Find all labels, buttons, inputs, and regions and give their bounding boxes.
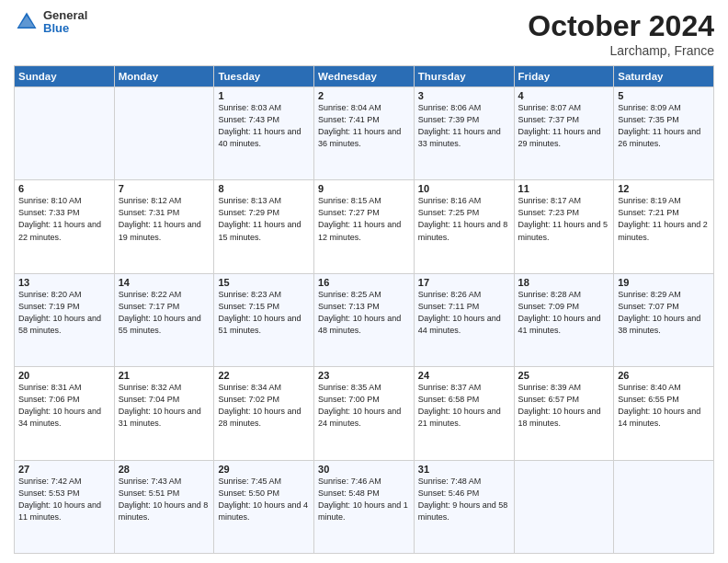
day-number: 22 (218, 370, 310, 381)
calendar-day-22: 22Sunrise: 8:34 AM Sunset: 7:02 PM Dayli… (214, 367, 314, 460)
day-info: Sunrise: 7:48 AM Sunset: 5:46 PM Dayligh… (418, 476, 510, 523)
day-number: 3 (418, 90, 510, 101)
calendar-day-4: 4Sunrise: 8:07 AM Sunset: 7:37 PM Daylig… (514, 87, 614, 180)
day-header-wednesday: Wednesday (314, 66, 415, 87)
day-number: 23 (318, 370, 410, 381)
day-info: Sunrise: 8:16 AM Sunset: 7:25 PM Dayligh… (418, 195, 510, 243)
calendar-day-11: 11Sunrise: 8:17 AM Sunset: 7:23 PM Dayli… (514, 180, 614, 273)
calendar-day-19: 19Sunrise: 8:29 AM Sunset: 7:07 PM Dayli… (614, 273, 714, 366)
calendar-day-10: 10Sunrise: 8:16 AM Sunset: 7:25 PM Dayli… (414, 180, 514, 273)
day-header-friday: Friday (514, 66, 614, 87)
calendar-day-20: 20Sunrise: 8:31 AM Sunset: 7:06 PM Dayli… (15, 367, 115, 460)
day-number: 29 (218, 464, 310, 475)
day-number: 9 (318, 183, 410, 194)
calendar-day-15: 15Sunrise: 8:23 AM Sunset: 7:15 PM Dayli… (214, 273, 314, 366)
calendar-day-27: 27Sunrise: 7:42 AM Sunset: 5:53 PM Dayli… (15, 460, 115, 553)
day-header-sunday: Sunday (15, 66, 115, 87)
day-info: Sunrise: 8:06 AM Sunset: 7:39 PM Dayligh… (418, 102, 510, 150)
day-info: Sunrise: 7:45 AM Sunset: 5:50 PM Dayligh… (218, 476, 310, 523)
day-info: Sunrise: 8:34 AM Sunset: 7:02 PM Dayligh… (218, 382, 310, 430)
day-info: Sunrise: 8:17 AM Sunset: 7:23 PM Dayligh… (518, 195, 610, 243)
calendar-day-30: 30Sunrise: 7:46 AM Sunset: 5:48 PM Dayli… (314, 460, 415, 553)
day-info: Sunrise: 8:09 AM Sunset: 7:35 PM Dayligh… (618, 102, 710, 150)
calendar-week-row: 6Sunrise: 8:10 AM Sunset: 7:33 PM Daylig… (15, 180, 714, 273)
day-number: 13 (18, 277, 110, 288)
day-info: Sunrise: 8:15 AM Sunset: 7:27 PM Dayligh… (318, 195, 410, 243)
day-number: 17 (418, 277, 510, 288)
day-info: Sunrise: 7:43 AM Sunset: 5:51 PM Dayligh… (119, 476, 210, 523)
calendar-day-7: 7Sunrise: 8:12 AM Sunset: 7:31 PM Daylig… (114, 180, 214, 273)
calendar-day-29: 29Sunrise: 7:45 AM Sunset: 5:50 PM Dayli… (214, 460, 314, 553)
calendar-table: SundayMondayTuesdayWednesdayThursdayFrid… (14, 65, 714, 554)
day-number: 11 (518, 183, 610, 194)
day-header-saturday: Saturday (614, 66, 714, 87)
day-info: Sunrise: 8:22 AM Sunset: 7:17 PM Dayligh… (119, 289, 210, 337)
day-number: 16 (318, 277, 410, 288)
day-number: 26 (618, 370, 710, 381)
calendar-day-17: 17Sunrise: 8:26 AM Sunset: 7:11 PM Dayli… (414, 273, 514, 366)
day-header-tuesday: Tuesday (214, 66, 314, 87)
location: Larchamp, France (528, 43, 714, 58)
calendar-empty-cell (15, 87, 115, 180)
month-title: October 2024 (528, 9, 714, 43)
day-info: Sunrise: 8:13 AM Sunset: 7:29 PM Dayligh… (218, 195, 310, 243)
day-info: Sunrise: 8:31 AM Sunset: 7:06 PM Dayligh… (18, 382, 110, 430)
calendar-empty-cell (614, 460, 714, 553)
calendar-day-12: 12Sunrise: 8:19 AM Sunset: 7:21 PM Dayli… (614, 180, 714, 273)
day-info: Sunrise: 8:19 AM Sunset: 7:21 PM Dayligh… (618, 195, 710, 243)
day-info: Sunrise: 8:39 AM Sunset: 6:57 PM Dayligh… (518, 382, 610, 430)
day-info: Sunrise: 8:23 AM Sunset: 7:15 PM Dayligh… (218, 289, 310, 337)
day-info: Sunrise: 7:42 AM Sunset: 5:53 PM Dayligh… (18, 476, 110, 523)
calendar-day-13: 13Sunrise: 8:20 AM Sunset: 7:19 PM Dayli… (15, 273, 115, 366)
day-number: 18 (518, 277, 610, 288)
calendar-header-row: SundayMondayTuesdayWednesdayThursdayFrid… (15, 66, 714, 87)
logo-icon (14, 9, 40, 35)
calendar-day-18: 18Sunrise: 8:28 AM Sunset: 7:09 PM Dayli… (514, 273, 614, 366)
day-info: Sunrise: 8:29 AM Sunset: 7:07 PM Dayligh… (618, 289, 710, 337)
day-info: Sunrise: 8:26 AM Sunset: 7:11 PM Dayligh… (418, 289, 510, 337)
logo-blue-text: Blue (43, 22, 87, 35)
day-number: 24 (418, 370, 510, 381)
calendar-day-26: 26Sunrise: 8:40 AM Sunset: 6:55 PM Dayli… (614, 367, 714, 460)
page-header: General Blue October 2024 Larchamp, Fran… (14, 9, 714, 58)
day-number: 6 (18, 183, 110, 194)
day-number: 27 (18, 464, 110, 475)
day-info: Sunrise: 8:37 AM Sunset: 6:58 PM Dayligh… (418, 382, 510, 430)
day-info: Sunrise: 8:04 AM Sunset: 7:41 PM Dayligh… (318, 102, 410, 150)
day-number: 31 (418, 464, 510, 475)
day-number: 28 (119, 464, 210, 475)
calendar-day-14: 14Sunrise: 8:22 AM Sunset: 7:17 PM Dayli… (114, 273, 214, 366)
calendar-week-row: 27Sunrise: 7:42 AM Sunset: 5:53 PM Dayli… (15, 460, 714, 553)
day-number: 19 (618, 277, 710, 288)
calendar-empty-cell (114, 87, 214, 180)
day-number: 4 (518, 90, 610, 101)
day-number: 7 (119, 183, 210, 194)
calendar-day-2: 2Sunrise: 8:04 AM Sunset: 7:41 PM Daylig… (314, 87, 415, 180)
calendar-day-5: 5Sunrise: 8:09 AM Sunset: 7:35 PM Daylig… (614, 87, 714, 180)
day-info: Sunrise: 8:03 AM Sunset: 7:43 PM Dayligh… (218, 102, 310, 150)
day-number: 14 (119, 277, 210, 288)
day-info: Sunrise: 8:20 AM Sunset: 7:19 PM Dayligh… (18, 289, 110, 337)
day-header-monday: Monday (114, 66, 214, 87)
day-info: Sunrise: 8:32 AM Sunset: 7:04 PM Dayligh… (119, 382, 210, 430)
day-info: Sunrise: 8:28 AM Sunset: 7:09 PM Dayligh… (518, 289, 610, 337)
day-number: 25 (518, 370, 610, 381)
calendar-week-row: 20Sunrise: 8:31 AM Sunset: 7:06 PM Dayli… (15, 367, 714, 460)
day-number: 30 (318, 464, 410, 475)
day-number: 1 (218, 90, 310, 101)
logo-text: General Blue (43, 9, 87, 36)
day-number: 8 (218, 183, 310, 194)
day-number: 5 (618, 90, 710, 101)
title-block: October 2024 Larchamp, France (528, 9, 714, 58)
calendar-day-28: 28Sunrise: 7:43 AM Sunset: 5:51 PM Dayli… (114, 460, 214, 553)
calendar-day-23: 23Sunrise: 8:35 AM Sunset: 7:00 PM Dayli… (314, 367, 415, 460)
day-number: 15 (218, 277, 310, 288)
calendar-day-1: 1Sunrise: 8:03 AM Sunset: 7:43 PM Daylig… (214, 87, 314, 180)
day-info: Sunrise: 8:10 AM Sunset: 7:33 PM Dayligh… (18, 195, 110, 243)
day-header-thursday: Thursday (414, 66, 514, 87)
calendar-day-16: 16Sunrise: 8:25 AM Sunset: 7:13 PM Dayli… (314, 273, 415, 366)
day-info: Sunrise: 8:25 AM Sunset: 7:13 PM Dayligh… (318, 289, 410, 337)
day-number: 21 (119, 370, 210, 381)
day-info: Sunrise: 8:07 AM Sunset: 7:37 PM Dayligh… (518, 102, 610, 150)
calendar-day-9: 9Sunrise: 8:15 AM Sunset: 7:27 PM Daylig… (314, 180, 415, 273)
